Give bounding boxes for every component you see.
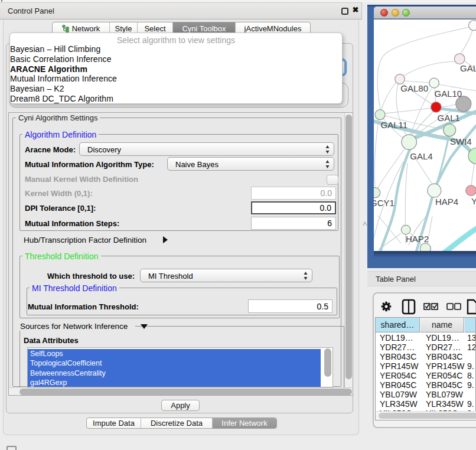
svg-text:GAL4: GAL4 xyxy=(410,151,432,161)
svg-text:GCY1: GCY1 xyxy=(374,198,395,208)
svg-text:HAP4: HAP4 xyxy=(435,197,458,207)
svg-text:GAL7: GAL7 xyxy=(460,63,476,73)
svg-text:GAL11: GAL11 xyxy=(381,120,408,130)
svg-text:Y: Y xyxy=(471,196,476,206)
svg-text:GAL1: GAL1 xyxy=(438,113,460,123)
svg-text:GAL10: GAL10 xyxy=(435,89,462,99)
svg-text:HAP2: HAP2 xyxy=(406,234,429,244)
svg-text:SWI4: SWI4 xyxy=(450,136,472,146)
svg-text:GAL80: GAL80 xyxy=(400,83,428,93)
